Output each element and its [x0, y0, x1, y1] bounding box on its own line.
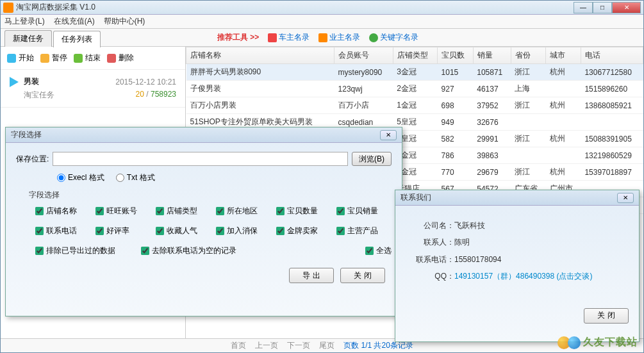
company-label: 公司名：: [409, 217, 454, 234]
task-progress: 20 / 758923: [136, 90, 176, 101]
end-button[interactable]: 结束: [74, 53, 101, 63]
task-title: 男装: [24, 76, 39, 87]
column-header[interactable]: 城市: [546, 47, 581, 64]
watermark-text: 久友下载站: [583, 336, 638, 349]
qq-value[interactable]: 149130157（群）486490398 (点击交谈): [454, 268, 592, 284]
field-close-button[interactable]: 关 闭: [340, 268, 385, 283]
action-bar: 开始 暂停 结束 删除: [1, 47, 185, 70]
table-row[interactable]: 子俊男装123qwj2金冠92746137上海1515896260: [186, 81, 643, 97]
field-checkbox[interactable]: 收藏人气: [156, 226, 211, 236]
field-checkbox[interactable]: 好评率: [95, 226, 151, 236]
delete-icon: [107, 54, 116, 63]
field-checkbox[interactable]: 旺旺账号: [95, 206, 151, 217]
menu-recharge[interactable]: 在线充值(A): [54, 16, 95, 27]
window-title: 淘宝网店数据采集 V1.0: [16, 2, 574, 13]
stop-icon: [74, 54, 83, 63]
pager-prev[interactable]: 上一页: [255, 340, 278, 351]
contact-dialog-close-icon[interactable]: ✕: [617, 193, 634, 203]
phone-value: 15580178094: [454, 251, 501, 268]
task-item[interactable]: 男装 2015-12-12 10:21 淘宝任务 20 / 758923: [1, 70, 185, 108]
column-header[interactable]: 销量: [473, 47, 511, 64]
fields-section-label: 字段选择: [16, 190, 392, 201]
tab-strip: 新建任务 任务列表: [1, 29, 102, 47]
delete-button[interactable]: 删除: [107, 53, 134, 63]
field-dialog-titlebar[interactable]: 字段选择 ✕: [6, 127, 402, 143]
pager-last[interactable]: 尾页: [319, 340, 334, 351]
link-property-owners[interactable]: 业主名录: [318, 32, 360, 43]
save-label: 保存位置:: [16, 154, 49, 165]
field-checkbox[interactable]: 店铺类型: [156, 206, 211, 217]
maximize-button[interactable]: □: [593, 2, 612, 13]
column-header[interactable]: 省份: [511, 47, 546, 64]
link-strip: 推荐工具 >> 车主名录 业主名录 关键字名录: [102, 32, 643, 43]
phone-label: 联系电话：: [409, 251, 454, 268]
recommend-label: 推荐工具 >>: [217, 32, 259, 43]
field-dialog-close-icon[interactable]: ✕: [380, 130, 397, 140]
field-checkbox[interactable]: 联系电话: [35, 226, 90, 236]
field-dialog: 字段选择 ✕ 保存位置: 浏览(B) Execl 格式 Txt 格式 字段选择 …: [5, 127, 402, 316]
column-header[interactable]: 电话: [581, 47, 643, 64]
format-excel-radio[interactable]: Execl 格式: [57, 172, 104, 183]
app-icon: [3, 3, 13, 13]
field-checkbox[interactable]: 店铺名称: [35, 206, 90, 217]
pager-next[interactable]: 下一页: [287, 340, 310, 351]
table-row[interactable]: 百万小店男装百万小店1金冠69837952浙江杭州13868085921: [186, 97, 643, 114]
minimize-button[interactable]: —: [574, 2, 593, 13]
export-button[interactable]: 导 出: [289, 268, 334, 283]
contact-close-button[interactable]: 关 闭: [584, 308, 629, 324]
running-icon: [10, 77, 19, 87]
field-checkbox[interactable]: 所在地区: [216, 206, 271, 217]
check-exclude-exported[interactable]: 排除已导出过的数据: [35, 245, 115, 256]
menu-login[interactable]: 马上登录(L): [4, 16, 45, 27]
contact-dialog-titlebar[interactable]: 联系我们 ✕: [395, 190, 639, 206]
browse-button[interactable]: 浏览(B): [352, 152, 392, 166]
check-select-all[interactable]: 全选: [365, 245, 392, 256]
tab-new-task[interactable]: 新建任务: [4, 30, 52, 47]
menubar: 马上登录(L) 在线充值(A) 帮助中心(H): [1, 15, 643, 29]
link-car-owners[interactable]: 车主名录: [268, 32, 310, 43]
watermark-icon: [568, 336, 581, 349]
search-icon: [369, 33, 378, 42]
link-keywords[interactable]: 关键字名录: [369, 32, 418, 43]
car-icon: [268, 33, 277, 42]
house-icon: [318, 33, 327, 42]
watermark: 久友下载站: [557, 336, 638, 349]
toolbar: 新建任务 任务列表 推荐工具 >> 车主名录 业主名录 关键字名录: [1, 29, 643, 47]
start-button[interactable]: 开始: [7, 53, 34, 63]
qq-label: QQ：: [409, 268, 454, 284]
column-header[interactable]: 店铺名称: [186, 47, 334, 64]
pager-first[interactable]: 首页: [231, 340, 246, 351]
task-source: 淘宝任务: [24, 90, 54, 101]
contact-dialog-title: 联系我们: [400, 192, 617, 203]
company-value: 飞跃科技: [454, 217, 485, 234]
column-header[interactable]: 店铺类型: [393, 47, 437, 64]
pause-icon: [40, 54, 49, 63]
field-checkbox[interactable]: 主营产品: [336, 226, 392, 236]
contact-person-label: 联系人：: [409, 234, 454, 250]
close-button[interactable]: ✕: [612, 2, 641, 13]
check-exclude-empty-phone[interactable]: 去除联系电话为空的记录: [141, 245, 236, 256]
column-header[interactable]: 宝贝数: [438, 47, 474, 64]
pause-button[interactable]: 暂停: [40, 53, 67, 63]
field-checkbox[interactable]: 金牌卖家: [276, 226, 331, 236]
format-txt-radio[interactable]: Txt 格式: [116, 172, 155, 183]
task-date: 2015-12-12 10:21: [115, 78, 176, 86]
titlebar: 淘宝网店数据采集 V1.0 — □ ✕: [1, 1, 643, 15]
save-path-input[interactable]: [53, 152, 348, 166]
play-icon: [7, 54, 16, 63]
contact-dialog: 联系我们 ✕ 公司名：飞跃科技 联系人：陈明 联系电话：15580178094 …: [395, 190, 640, 342]
field-checkbox[interactable]: 宝贝销量: [336, 206, 392, 217]
field-checkbox[interactable]: 加入消保: [216, 226, 271, 236]
field-checkbox[interactable]: 宝贝数量: [276, 206, 331, 217]
field-dialog-title: 字段选择: [11, 129, 380, 140]
tab-task-list[interactable]: 任务列表: [53, 31, 101, 47]
menu-help[interactable]: 帮助中心(H): [104, 16, 145, 27]
table-row[interactable]: 胖胖哥大码男装8090mystery80903金冠1015105871浙江杭州1…: [186, 64, 643, 81]
column-header[interactable]: 会员账号: [334, 47, 393, 64]
contact-person-value: 陈明: [454, 234, 470, 250]
